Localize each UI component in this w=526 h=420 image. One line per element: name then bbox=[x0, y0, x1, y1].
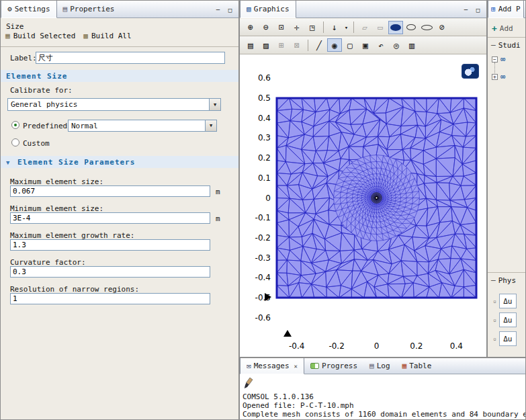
pan-icon[interactable]: ✛ bbox=[290, 21, 304, 34]
maximize-icon[interactable]: □ bbox=[225, 5, 235, 14]
tab-properties-label: Properties bbox=[70, 5, 114, 13]
close-icon[interactable]: ✕ bbox=[294, 363, 298, 370]
custom-row: Custom bbox=[1, 137, 238, 149]
studies-label: Studi bbox=[498, 41, 521, 50]
tab-log[interactable]: ▤ Log bbox=[363, 358, 396, 374]
physics-section-header[interactable]: ─ Phys bbox=[491, 276, 516, 285]
build-selected-button[interactable]: ▦ Build Selected bbox=[5, 31, 76, 41]
divider bbox=[488, 272, 525, 273]
settings-window-buttons: ─ □ bbox=[213, 1, 238, 17]
mesh-plot[interactable]: 0.60.50.40.30.20.10-0.1-0.2-0.3-0.4-0.5-… bbox=[240, 54, 486, 357]
tab-table-label: Table bbox=[409, 362, 431, 370]
label-input[interactable] bbox=[36, 52, 225, 64]
maximum-element-size-input[interactable] bbox=[10, 185, 210, 197]
tab-progress-label: Progress bbox=[322, 362, 357, 370]
zoom-extents-icon[interactable]: ⊡ bbox=[274, 21, 289, 34]
properties-icon: ▤ bbox=[63, 5, 68, 13]
resolution-of-narrow-regions-input[interactable] bbox=[10, 293, 210, 304]
graphics-toolbar-row2: ▤▨⊞⊠╱◉▢▣↶◎▥ bbox=[240, 36, 486, 54]
x-axis-tick-label: 0 bbox=[374, 341, 380, 351]
section-header-element-size[interactable]: Element Size bbox=[1, 70, 238, 82]
block-interactive-icon[interactable]: ⊘ bbox=[435, 21, 449, 34]
render-ellipse-wide-icon[interactable] bbox=[419, 21, 434, 34]
tab-settings[interactable]: ⚙ Settings bbox=[1, 1, 57, 18]
minimize-icon[interactable]: ─ bbox=[461, 5, 471, 14]
build-selected-label: Build Selected bbox=[13, 32, 76, 40]
branch-line-icon: ─ bbox=[491, 41, 496, 50]
physics-item-2[interactable]: ▫ Δu bbox=[493, 312, 517, 327]
custom-label: Custom bbox=[23, 139, 50, 148]
transparency-icon[interactable]: ╱ bbox=[312, 38, 326, 52]
plus-icon: + bbox=[492, 24, 497, 34]
chevron-down-icon[interactable]: ▼ bbox=[209, 99, 220, 110]
predefined-size-value: Normal bbox=[69, 122, 205, 130]
table-icon: ▦ bbox=[402, 362, 407, 370]
tab-add-physics[interactable]: ⊞ Add P bbox=[488, 1, 524, 18]
node-title: Size bbox=[6, 22, 24, 31]
minimum-element-size-input[interactable] bbox=[10, 212, 210, 224]
tab-progress[interactable]: Progress bbox=[304, 358, 363, 374]
print-image-icon[interactable]: ▥ bbox=[404, 38, 419, 52]
physics-item-1[interactable]: ▫ Δu bbox=[493, 294, 517, 308]
message-line: COMSOL 5.1.0.136 bbox=[243, 392, 525, 401]
solid-box-icon[interactable]: ▣ bbox=[358, 38, 373, 52]
build-all-button[interactable]: ▩ Build All bbox=[83, 31, 132, 41]
study-tree-item-2[interactable]: + ∞ bbox=[492, 72, 505, 81]
snapshot-image-icon: ▭ bbox=[373, 21, 388, 34]
tab-messages[interactable]: ✉ Messages ✕ bbox=[240, 358, 304, 374]
toolbar-separator bbox=[308, 40, 308, 51]
x-axis-tick-label: -0.2 bbox=[328, 341, 344, 351]
studies-section-header[interactable]: ─ Studi bbox=[491, 41, 521, 50]
tab-table[interactable]: ▦ Table bbox=[396, 358, 438, 374]
predefined-size-select[interactable]: Normal ▼ bbox=[68, 120, 217, 132]
export-image-icon[interactable]: ▨ bbox=[259, 38, 273, 52]
paintbrush-cursor-icon bbox=[244, 377, 254, 391]
study-icon: ∞ bbox=[500, 72, 505, 81]
x-axis-tick-label: -0.4 bbox=[289, 341, 304, 351]
collapse-triangle-icon: ▼ bbox=[6, 159, 9, 166]
comsol-logo-button[interactable] bbox=[462, 64, 479, 79]
custom-radio[interactable] bbox=[11, 138, 19, 146]
tab-graphics[interactable]: ▧ Graphics bbox=[240, 1, 296, 18]
maximum-element-growth-rate-input[interactable] bbox=[10, 239, 210, 251]
message-line: Opened file: P-C-T-10.mph bbox=[243, 401, 525, 410]
tab-properties[interactable]: ▤ Properties bbox=[57, 1, 121, 17]
x-axis-marker-icon bbox=[283, 330, 292, 337]
add-button-label: Add bbox=[500, 24, 513, 33]
tab-log-label: Log bbox=[377, 362, 390, 370]
collapse-expander-icon[interactable]: − bbox=[492, 56, 498, 62]
view-visibility-icon[interactable]: ◉ bbox=[327, 38, 342, 52]
zoom-out-icon[interactable]: ⊖ bbox=[259, 21, 273, 34]
maximize-icon[interactable]: □ bbox=[473, 5, 483, 14]
print-icon[interactable]: ▤ bbox=[243, 38, 258, 52]
minimize-icon[interactable]: ─ bbox=[213, 5, 223, 14]
physics-item-3[interactable]: ▫ Δu bbox=[493, 331, 517, 346]
render-ellipse-filled-icon[interactable] bbox=[388, 21, 403, 34]
x-axis-tick-label: 0.4 bbox=[450, 341, 463, 351]
undo-icon[interactable]: ↶ bbox=[374, 38, 388, 52]
render-ellipse-icon[interactable] bbox=[404, 21, 419, 34]
view-menu-icon[interactable]: ▾ bbox=[343, 21, 350, 34]
calibrate-for-select[interactable]: General physics ▼ bbox=[7, 98, 221, 111]
render-ellipse-shape bbox=[406, 24, 416, 30]
laplace-equation-box: Δu bbox=[499, 331, 517, 346]
build-all-label: Build All bbox=[91, 32, 132, 40]
y-axis-tick-label: 0.3 bbox=[258, 133, 271, 142]
chevron-down-icon[interactable]: ▼ bbox=[205, 120, 216, 131]
zoom-in-icon[interactable]: ⊕ bbox=[243, 21, 258, 34]
tab-add-physics-label: Add P bbox=[498, 5, 521, 13]
zoom-box-icon[interactable]: ◳ bbox=[305, 21, 320, 34]
y-axis-tick-label: -0.3 bbox=[255, 253, 271, 263]
plot-area[interactable]: 0.60.50.40.30.20.10-0.1-0.2-0.3-0.4-0.5-… bbox=[240, 54, 486, 357]
copy-image-icon: ▱ bbox=[357, 21, 372, 34]
curvature-factor-input[interactable] bbox=[10, 266, 210, 278]
y-axis-tick-label: 0.1 bbox=[258, 173, 271, 183]
add-button[interactable]: + Add bbox=[492, 24, 513, 34]
calibrate-for-label: Calibrate for: bbox=[10, 86, 73, 95]
wireframe-box-icon[interactable]: ▢ bbox=[343, 38, 357, 52]
go-to-default-view-icon[interactable]: ↓ bbox=[327, 21, 342, 34]
expand-expander-icon[interactable]: + bbox=[492, 74, 498, 80]
camera-icon[interactable]: ◎ bbox=[389, 38, 404, 52]
predefined-radio[interactable] bbox=[11, 121, 19, 129]
section-header-element-size-parameters[interactable]: ▼ Element Size Parameters bbox=[1, 156, 238, 168]
